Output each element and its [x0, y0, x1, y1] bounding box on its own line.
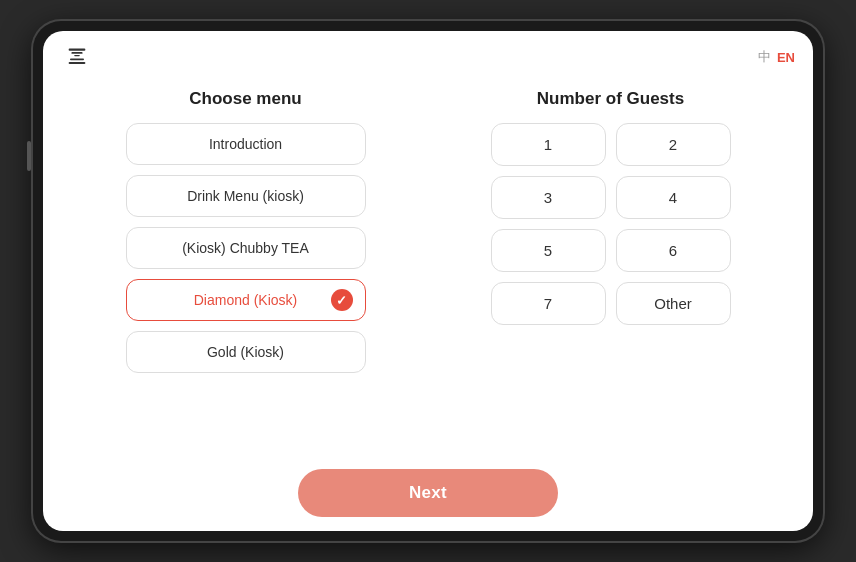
- tablet-screen: 中 EN Choose menu Introduction Drink Menu…: [43, 31, 813, 531]
- menu-item-label: Drink Menu (kiosk): [187, 188, 304, 204]
- menu-item-diamond-kiosk[interactable]: Diamond (Kiosk): [126, 279, 366, 321]
- footer: Next: [43, 465, 813, 531]
- left-panel: Choose menu Introduction Drink Menu (kio…: [73, 89, 418, 449]
- lang-switcher: 中 EN: [758, 48, 795, 66]
- logo-icon: [61, 41, 93, 73]
- guest-btn-other[interactable]: Other: [616, 282, 731, 325]
- guests-section-title: Number of Guests: [537, 89, 684, 109]
- menu-item-drink-menu-kiosk[interactable]: Drink Menu (kiosk): [126, 175, 366, 217]
- svg-rect-0: [69, 49, 86, 51]
- svg-rect-3: [70, 58, 84, 60]
- guest-btn-7[interactable]: 7: [491, 282, 606, 325]
- guest-btn-6[interactable]: 6: [616, 229, 731, 272]
- guest-grid: 1 2 3 4 5 6 7 Other: [491, 123, 731, 325]
- menu-section-title: Choose menu: [189, 89, 301, 109]
- menu-item-label: (Kiosk) Chubby TEA: [182, 240, 309, 256]
- menu-item-label: Diamond (Kiosk): [194, 292, 297, 308]
- guest-btn-5[interactable]: 5: [491, 229, 606, 272]
- svg-rect-2: [74, 55, 80, 56]
- menu-item-gold-kiosk[interactable]: Gold (Kiosk): [126, 331, 366, 373]
- menu-item-label: Introduction: [209, 136, 282, 152]
- main-content: Choose menu Introduction Drink Menu (kio…: [43, 79, 813, 465]
- top-bar: 中 EN: [43, 31, 813, 79]
- side-button: [27, 141, 31, 171]
- guest-btn-4[interactable]: 4: [616, 176, 731, 219]
- menu-item-label: Gold (Kiosk): [207, 344, 284, 360]
- guest-btn-2[interactable]: 2: [616, 123, 731, 166]
- lang-en-button[interactable]: EN: [777, 50, 795, 65]
- menu-list: Introduction Drink Menu (kiosk) (Kiosk) …: [126, 123, 366, 373]
- lang-cn-button[interactable]: 中: [758, 48, 771, 66]
- svg-rect-1: [71, 52, 82, 54]
- tablet-frame: 中 EN Choose menu Introduction Drink Menu…: [33, 21, 823, 541]
- selected-check-icon: [331, 289, 353, 311]
- guest-btn-3[interactable]: 3: [491, 176, 606, 219]
- guest-btn-1[interactable]: 1: [491, 123, 606, 166]
- menu-item-introduction[interactable]: Introduction: [126, 123, 366, 165]
- svg-rect-4: [69, 62, 86, 64]
- menu-item-kiosk-chubby-tea[interactable]: (Kiosk) Chubby TEA: [126, 227, 366, 269]
- right-panel: Number of Guests 1 2 3 4 5 6 7 Other: [438, 89, 783, 449]
- next-button[interactable]: Next: [298, 469, 558, 517]
